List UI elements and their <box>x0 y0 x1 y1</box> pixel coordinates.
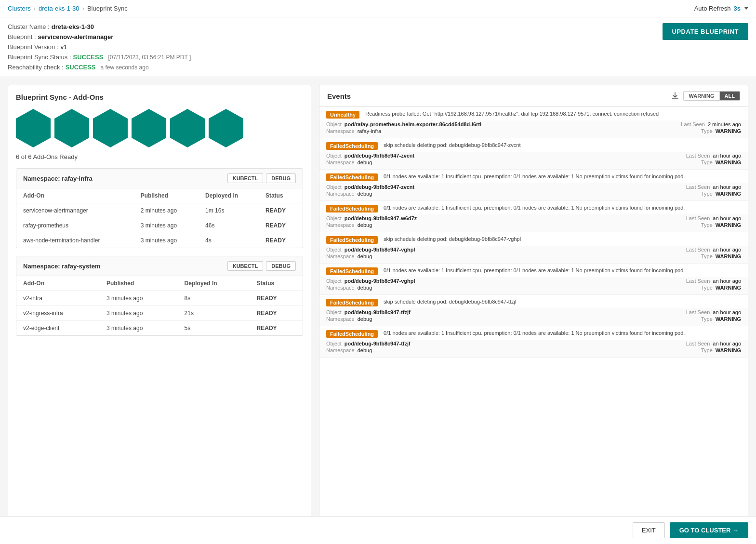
event-detail-left-2: Object pod/debug-9bfb8c947-zvcnt Namespa… <box>326 184 414 197</box>
list-item: FailedScheduling 0/1 nodes are available… <box>319 170 748 201</box>
sync-status-label: Blueprint Sync Status : <box>8 53 71 61</box>
kubectl-btn-1[interactable]: KUBECTL <box>227 261 264 271</box>
event-lastseen-line-1: Last Seen an hour ago <box>686 153 741 159</box>
event-badge-msg-row-2: FailedScheduling 0/1 nodes are available… <box>319 170 748 183</box>
table-row: v2-infra3 minutes ago8sREADY <box>16 291 303 306</box>
event-lastseen-line-3: Last Seen an hour ago <box>686 215 741 221</box>
update-blueprint-button[interactable]: UPDATE BLUEPRINT <box>663 23 748 40</box>
col-header-add-on: Add-On <box>16 188 134 203</box>
breadcrumb-sep2: › <box>82 5 84 12</box>
event-detail-left-4: Object pod/debug-9bfb8c947-vghpl Namespa… <box>326 247 415 259</box>
event-message-0: Readiness probe failed: Get "http://192.… <box>365 111 659 117</box>
namespace-name-1: Namespace: rafay-system <box>23 263 100 270</box>
event-badge-3: FailedScheduling <box>326 205 378 212</box>
event-message-6: skip schedule deleting pod: debug/debug-… <box>384 299 517 305</box>
infobar-left: Cluster Name : dreta-eks-1-30 Blueprint … <box>8 23 191 71</box>
event-detail-right-7: Last Seen an hour ago Type WARNING <box>686 341 741 353</box>
event-type-line-4: Type WARNING <box>701 253 741 259</box>
event-namespace-line-1: Namespace debug <box>326 159 414 165</box>
event-badge-4: FailedScheduling <box>326 236 378 244</box>
kubectl-btn-0[interactable]: KUBECTL <box>227 173 264 183</box>
blueprint-label: Blueprint : <box>8 33 36 40</box>
status-badge: READY <box>250 306 303 321</box>
chevron-down-icon[interactable] <box>744 7 748 10</box>
col-header-published: Published <box>100 276 178 291</box>
right-panel: Events WARNING ALL Unhealthy Readiness p… <box>319 85 748 544</box>
status-badge: READY <box>250 291 303 306</box>
col-header-published: Published <box>134 188 199 203</box>
cluster-name-row: Cluster Name : dreta-eks-1-30 <box>8 23 191 30</box>
hex-2 <box>54 109 89 147</box>
event-type-line-1: Type WARNING <box>701 159 741 165</box>
event-lastseen-line-0: Last Seen 2 minutes ago <box>681 121 741 127</box>
event-details-row-2: Object pod/debug-9bfb8c947-zvcnt Namespa… <box>319 183 748 200</box>
breadcrumb-cluster-name[interactable]: dreta-eks-1-30 <box>39 5 80 12</box>
event-type-line-3: Type WARNING <box>701 222 741 228</box>
exit-button[interactable]: EXIT <box>633 522 665 538</box>
goto-cluster-button[interactable]: GO TO CLUSTER → <box>670 522 748 538</box>
event-badge-msg-row-0: Unhealthy Readiness probe failed: Get "h… <box>319 107 748 120</box>
hex-4 <box>132 109 166 147</box>
events-controls: WARNING ALL <box>671 91 740 101</box>
event-message-3: 0/1 nodes are available: 1 Insufficient … <box>384 205 685 211</box>
event-type-line-0: Type WARNING <box>701 128 741 134</box>
col-header-add-on: Add-On <box>16 276 100 291</box>
event-type-line-6: Type WARNING <box>701 316 741 322</box>
namespace-section-1: Namespace: rafay-system KUBECTL DEBUG Ad… <box>16 256 303 336</box>
col-header-status: Status <box>250 276 303 291</box>
events-header: Events WARNING ALL <box>319 85 748 107</box>
breadcrumb-page: Blueprint Sync <box>87 5 128 12</box>
event-message-5: 0/1 nodes are available: 1 Insufficient … <box>384 267 685 273</box>
event-detail-right-6: Last Seen an hour ago Type WARNING <box>686 309 741 322</box>
debug-btn-1[interactable]: DEBUG <box>266 261 296 271</box>
debug-btn-0[interactable]: DEBUG <box>266 173 296 183</box>
topbar: Clusters › dreta-eks-1-30 › Blueprint Sy… <box>0 0 756 17</box>
hex-6 <box>209 109 243 147</box>
event-object-line-0: Object pod/rafay-prometheus-helm-exporte… <box>326 121 481 127</box>
list-item: FailedScheduling skip schedule deleting … <box>319 232 748 264</box>
list-item: FailedScheduling 0/1 nodes are available… <box>319 201 748 232</box>
event-object-line-4: Object pod/debug-9bfb8c947-vghpl <box>326 247 415 252</box>
event-message-4: skip schedule deleting pod: debug/debug-… <box>384 236 521 242</box>
event-namespace-line-5: Namespace debug <box>326 285 415 291</box>
filter-warning-button[interactable]: WARNING <box>684 92 719 100</box>
filter-all-button[interactable]: ALL <box>720 92 740 100</box>
hex-3 <box>93 109 128 147</box>
namespace-name-0: Namespace: rafay-infra <box>23 175 93 182</box>
event-type-line-5: Type WARNING <box>701 285 741 291</box>
event-message-7: 0/1 nodes are available: 1 Insufficient … <box>384 330 685 336</box>
event-namespace-line-3: Namespace debug <box>326 222 417 228</box>
sync-status-value: SUCCESS <box>73 53 104 61</box>
reachability-row: Reachability check : SUCCESS a few secon… <box>8 64 191 71</box>
breadcrumb-clusters[interactable]: Clusters <box>8 5 31 12</box>
left-panel: Blueprint Sync - Add-Ons 6 of 6 Add-Ons … <box>8 85 311 544</box>
main-content: Blueprint Sync - Add-Ons 6 of 6 Add-Ons … <box>0 77 756 544</box>
sync-timestamp: [07/11/2023, 03:56:21 PM PDT ] <box>108 54 191 61</box>
event-object-line-5: Object pod/debug-9bfb8c947-vghpl <box>326 278 415 284</box>
auto-refresh-label: Auto Refresh <box>694 5 731 12</box>
event-badge-2: FailedScheduling <box>326 173 378 181</box>
hex-1 <box>16 109 51 147</box>
table-row: v2-edge-client3 minutes ago5sREADY <box>16 321 303 336</box>
reachability-value: SUCCESS <box>66 64 96 71</box>
event-details-row-3: Object pod/debug-9bfb8c947-w6d7z Namespa… <box>319 214 748 232</box>
event-detail-left-3: Object pod/debug-9bfb8c947-w6d7z Namespa… <box>326 215 417 228</box>
event-lastseen-line-4: Last Seen an hour ago <box>686 247 741 252</box>
event-details-row-0: Object pod/rafay-prometheus-helm-exporte… <box>319 120 748 138</box>
status-badge: READY <box>259 233 303 248</box>
list-item: FailedScheduling 0/1 nodes are available… <box>319 326 748 358</box>
event-badge-6: FailedScheduling <box>326 299 378 306</box>
event-namespace-line-0: Namespace rafay-infra <box>326 128 481 134</box>
table-row: aws-node-termination-handler3 minutes ag… <box>16 233 303 248</box>
blueprint-version-row: Blueprint Version : v1 <box>8 43 191 51</box>
download-icon[interactable] <box>671 92 679 100</box>
event-details-row-1: Object pod/debug-9bfb8c947-zvcnt Namespa… <box>319 152 748 169</box>
auto-refresh-control[interactable]: Auto Refresh 3s <box>694 5 748 12</box>
event-detail-right-2: Last Seen an hour ago Type WARNING <box>686 184 741 197</box>
event-namespace-line-6: Namespace debug <box>326 316 411 322</box>
event-badge-msg-row-1: FailedScheduling skip schedule deleting … <box>319 138 748 152</box>
event-detail-left-7: Object pod/debug-9bfb8c947-tfzjf Namespa… <box>326 341 411 353</box>
table-row: v2-ingress-infra3 minutes ago21sREADY <box>16 306 303 321</box>
list-item: Unhealthy Readiness probe failed: Get "h… <box>319 107 748 138</box>
event-detail-left-0: Object pod/rafay-prometheus-helm-exporte… <box>326 121 481 134</box>
